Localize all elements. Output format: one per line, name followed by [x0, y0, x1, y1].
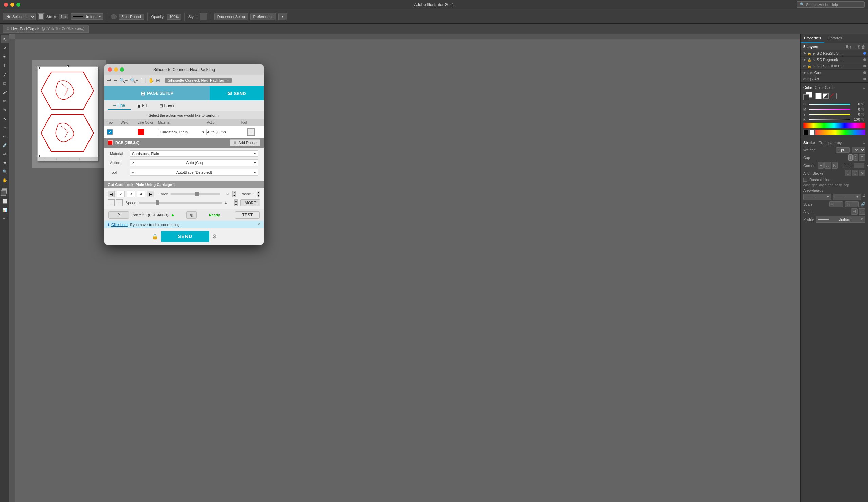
layer-lock-icon[interactable]: 🔒 — [807, 64, 812, 68]
warp-tool[interactable]: ≈ — [1, 123, 9, 132]
action-setting-dropdown[interactable]: ✂ Auto (Cut) ▾ — [130, 160, 258, 166]
tab-close-icon[interactable]: × — [7, 27, 9, 31]
artboard-tool[interactable]: ⬜ — [1, 197, 9, 205]
profile-dropdown[interactable]: ──── Uniform ▾ — [816, 216, 865, 223]
force-down[interactable]: ▼ — [232, 194, 236, 197]
increase-btn[interactable]: ▶ — [147, 191, 154, 197]
tool-checkbox[interactable]: ✓ — [107, 129, 121, 135]
conn-close-btn[interactable]: ✕ — [257, 222, 260, 227]
blend-tool[interactable]: ∞ — [1, 150, 9, 158]
settings-gear-icon[interactable]: ⚙ — [212, 233, 217, 240]
layer-tab[interactable]: ⊟ Layer — [154, 102, 180, 110]
k-slider[interactable] — [809, 119, 850, 120]
hand-tool[interactable]: ✋ — [1, 176, 9, 185]
move-icon[interactable]: ⊕ — [186, 211, 197, 219]
layer-vis-icon[interactable]: 👁 — [803, 71, 806, 75]
zoom-tool[interactable]: 🔍 — [1, 167, 9, 176]
layer-expand-icon[interactable]: ▶ — [813, 52, 815, 55]
speed-down[interactable]: ▼ — [234, 203, 238, 206]
fg-swatch[interactable] — [803, 94, 809, 100]
direct-selection-tool[interactable]: ↗ — [1, 44, 9, 52]
stroke-weight-input[interactable]: 1 pt — [59, 14, 69, 19]
doc-setup-button[interactable]: Document Setup — [214, 13, 248, 20]
color-swatch-area[interactable] — [1, 188, 9, 196]
limit-close[interactable]: × — [867, 164, 868, 167]
add-pause-button[interactable]: ⏸ Add Pause — [229, 140, 260, 146]
send-button[interactable]: SEND — [161, 231, 209, 242]
white-swatch[interactable] — [809, 130, 815, 135]
selection-dropdown[interactable]: No Selection — [3, 13, 35, 20]
none-btn[interactable] — [831, 93, 837, 99]
layer-vis-icon[interactable]: 👁 — [803, 77, 806, 81]
bevel-corner-btn[interactable]: ◺ — [832, 162, 838, 168]
rotate-tool[interactable]: ↻ — [1, 106, 9, 114]
test-button[interactable]: TEST — [235, 211, 260, 219]
fit-page-btn[interactable]: ⬜ — [141, 78, 146, 83]
limit-input[interactable]: 10 — [854, 163, 864, 168]
dashed-checkbox[interactable] — [803, 178, 807, 182]
arrow-start-dropdown[interactable]: ──── ▾ — [803, 194, 831, 200]
swap-arrows-btn[interactable]: ⇄ — [862, 194, 865, 200]
layer-expand-icon[interactable]: ▷ — [810, 71, 813, 75]
zoom-in-btn[interactable]: 🔍+ — [130, 78, 138, 83]
delete-layer-btn[interactable]: 🗑 — [861, 44, 865, 49]
layer-lock-icon[interactable]: □ — [807, 71, 809, 74]
m-slider[interactable] — [809, 109, 850, 110]
color-strip[interactable] — [815, 130, 865, 135]
new-layer-btn[interactable]: ⊞ — [845, 44, 848, 49]
transparency-tab[interactable]: Transparency — [819, 141, 841, 145]
line-tab[interactable]: ─ Line — [108, 102, 131, 110]
color-tab[interactable]: Color — [803, 85, 812, 90]
send-tab[interactable]: ✉ SEND — [209, 86, 264, 100]
dialog-min[interactable] — [114, 68, 118, 72]
layer-lock-icon[interactable]: □ — [807, 78, 809, 81]
layer-expand-icon[interactable]: ▷ — [813, 64, 815, 68]
square-cap-btn[interactable]: ⊓ — [859, 154, 865, 161]
layer-lock-icon[interactable]: 🔒 — [807, 58, 812, 62]
speed-slider[interactable] — [139, 202, 222, 204]
close-button[interactable] — [4, 3, 8, 7]
fill-color-swatch[interactable] — [38, 13, 44, 20]
hand-btn[interactable]: ✋ — [148, 78, 154, 83]
layer-vis-icon[interactable]: 👁 — [803, 64, 806, 68]
dialog-max[interactable] — [120, 68, 124, 72]
properties-tab[interactable]: Properties — [800, 34, 824, 43]
click-here-link[interactable]: Click here — [111, 223, 128, 227]
minimize-button[interactable] — [10, 3, 14, 7]
scale-input2[interactable] — [845, 202, 858, 207]
y-slider[interactable] — [809, 114, 850, 115]
center-align-btn[interactable]: ⊟ — [845, 170, 851, 176]
force-slider[interactable] — [170, 193, 220, 195]
type-tool[interactable]: T — [1, 62, 9, 70]
width-tool[interactable]: ⇔ — [1, 132, 9, 141]
document-tab[interactable]: × Hex_PackTag.ai* @ 27.87 % (CMYK/Previe… — [3, 25, 89, 33]
outside-align-btn[interactable]: ⊠ — [859, 170, 865, 176]
round-corner-btn[interactable]: ◡ — [824, 162, 831, 168]
move-to-layer-btn[interactable]: → — [853, 44, 857, 49]
gradient-btn[interactable] — [823, 93, 829, 99]
layer-expand-icon[interactable]: ▷ — [813, 58, 815, 62]
line-tool[interactable]: ╱ — [1, 71, 9, 79]
arrange-dropdown[interactable]: ▾ — [278, 13, 287, 20]
passes-down[interactable]: ▼ — [257, 194, 260, 197]
dialog-close[interactable] — [108, 68, 112, 72]
butt-cap-btn[interactable]: | — [848, 154, 853, 161]
extra-tool[interactable]: ⋯ — [1, 215, 9, 223]
tool-setting-dropdown[interactable]: ⌁ AutoBlade (Detected) ▾ — [130, 169, 258, 176]
lock-icon[interactable]: 🔒 — [152, 233, 158, 240]
passes-up[interactable]: ▲ — [257, 191, 260, 194]
page-setup-tab[interactable]: ⊞ PAGE SETUP — [104, 86, 209, 100]
preferences-button[interactable]: Preferences — [250, 13, 276, 20]
scale-input[interactable] — [829, 202, 843, 207]
fill-tab[interactable]: ◼ Fill — [132, 102, 153, 110]
graph-tool[interactable]: 📊 — [1, 206, 9, 214]
eyedropper-tool[interactable]: 💉 — [1, 141, 9, 149]
miter-corner-btn[interactable]: ⌐ — [818, 162, 824, 168]
decrease-btn[interactable]: ◀ — [108, 191, 115, 197]
scale-tool[interactable]: ⤡ — [1, 115, 9, 123]
round-cap-btn[interactable]: ) — [854, 154, 858, 161]
checkbox-checked[interactable]: ✓ — [107, 129, 113, 135]
color-spectrum[interactable] — [803, 123, 865, 128]
material-dropdown[interactable]: Cardstock, Plain ▾ — [158, 129, 207, 135]
material-setting-dropdown[interactable]: Cardstock, Plain ▾ — [130, 150, 258, 157]
